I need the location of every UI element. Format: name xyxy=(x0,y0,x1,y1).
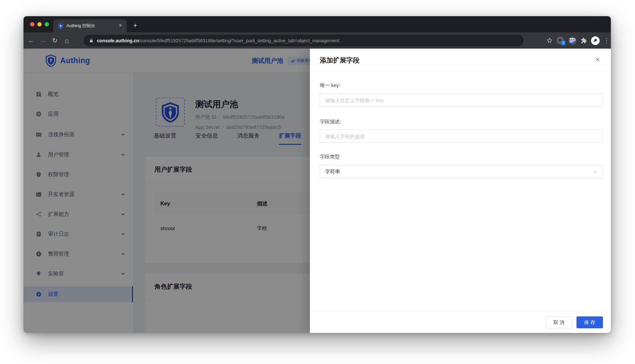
drawer-header: 添加扩展字段 × xyxy=(310,49,611,71)
drawer-title: 添加扩展字段 xyxy=(320,56,360,65)
tab-title: Authing 控制台 xyxy=(66,23,117,29)
back-icon[interactable]: ← xyxy=(27,36,35,45)
window-minimize-button[interactable] xyxy=(37,22,42,26)
lock-icon xyxy=(89,38,94,43)
globe-extension-icon[interactable] xyxy=(569,37,576,45)
add-extension-field-drawer: 添加扩展字段 × 唯一 key: 字段描述: 字段类型 字符串 取 消 保 存 xyxy=(310,49,611,333)
drawer-footer: 取 消 保 存 xyxy=(310,311,611,333)
new-tab-button[interactable]: + xyxy=(131,21,140,30)
forward-icon[interactable]: → xyxy=(39,36,47,45)
app-viewport: Authing 测试用户池 ⇄ 切换用户池 概览 应用 xyxy=(23,49,611,333)
extension-badge-count: 5 xyxy=(561,41,566,45)
url-host: console.authing.cn xyxy=(97,38,139,43)
unique-key-label: 唯一 key: xyxy=(320,82,340,89)
chevron-down-icon xyxy=(593,170,598,174)
url-path: /console/5fedf51925725ad4f583186e/settin… xyxy=(139,38,339,43)
tab-strip: Authing 控制台 × + xyxy=(23,16,611,32)
field-description-label: 字段描述: xyxy=(320,119,341,125)
browser-menu-icon[interactable]: ⋮ xyxy=(604,37,607,44)
url-text: console.authing.cn/console/5fedf51925725… xyxy=(97,38,339,43)
field-type-value: 字符串 xyxy=(325,169,340,175)
browser-window: Authing 控制台 × + ← → ↻ ⌂ console.authing.… xyxy=(23,16,611,333)
authing-shield-favicon xyxy=(58,23,64,29)
home-icon[interactable]: ⌂ xyxy=(63,36,71,45)
reload-icon[interactable]: ↻ xyxy=(51,36,59,45)
browser-toolbar: ← → ↻ ⌂ console.authing.cn/console/5fedf… xyxy=(23,32,611,49)
field-description-input[interactable] xyxy=(320,130,603,143)
close-icon[interactable]: × xyxy=(593,55,602,64)
window-close-button[interactable] xyxy=(30,22,34,26)
screen: Authing 控制台 × + ← → ↻ ⌂ console.authing.… xyxy=(0,0,635,364)
tab-close-icon[interactable]: × xyxy=(117,23,123,29)
toolbar-right: 5 ⋮ xyxy=(546,35,607,46)
extensions-puzzle-icon[interactable] xyxy=(580,37,587,44)
browser-tab[interactable]: Authing 控制台 × xyxy=(53,19,127,32)
unique-key-input[interactable] xyxy=(320,94,603,107)
field-type-select[interactable]: 字符串 xyxy=(320,165,603,178)
field-type-label: 字段类型 xyxy=(320,154,340,160)
cancel-button[interactable]: 取 消 xyxy=(546,316,572,328)
extension-badge-icon[interactable]: 5 xyxy=(557,37,565,45)
window-zoom-button[interactable] xyxy=(45,22,49,26)
pinned-extension-icon[interactable] xyxy=(591,36,600,45)
address-bar[interactable]: console.authing.cn/console/5fedf51925725… xyxy=(84,35,524,46)
save-button[interactable]: 保 存 xyxy=(576,316,603,328)
bookmark-star-icon[interactable] xyxy=(546,37,553,44)
